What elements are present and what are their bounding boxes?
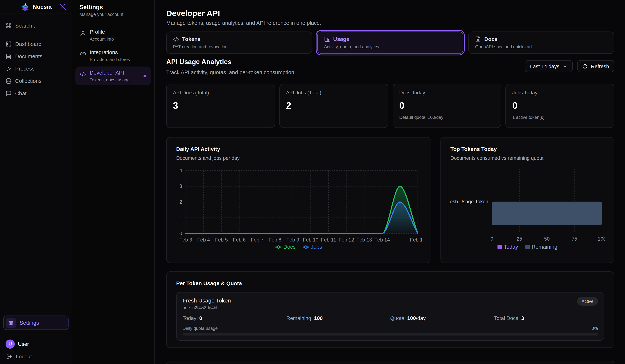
sidebar-item-collections[interactable]: Collections bbox=[0, 75, 72, 87]
chat-bubble-icon bbox=[5, 91, 12, 97]
settings-item-sub: Providers and stores bbox=[90, 57, 130, 62]
stat-label: Docs Today bbox=[399, 90, 494, 95]
stat-label: Jobs Today bbox=[512, 90, 608, 95]
per-token-panel: Per Token Usage & Quota Fresh Usage Toke… bbox=[166, 272, 614, 348]
file-text-icon bbox=[5, 54, 12, 60]
svg-text:Feb 4: Feb 4 bbox=[197, 237, 210, 243]
nav-label: Chat bbox=[15, 91, 27, 97]
svg-text:1: 1 bbox=[179, 215, 182, 220]
tab-usage[interactable]: Usage Activity, quota, and analytics bbox=[317, 31, 463, 54]
settings-item-label: Profile bbox=[90, 29, 114, 35]
svg-text:Fresh Usage Token: Fresh Usage Token bbox=[450, 199, 488, 204]
pin-off-icon[interactable] bbox=[60, 4, 66, 10]
file-text-icon bbox=[475, 36, 481, 42]
line-chart-legend: Docs Jobs bbox=[176, 244, 421, 250]
command-icon bbox=[5, 23, 12, 29]
token-stat-quota: Quota: 100/day bbox=[390, 315, 494, 321]
sidebar-item-chat[interactable]: Chat bbox=[0, 87, 72, 99]
chevron-down-icon bbox=[562, 63, 568, 69]
active-dot bbox=[144, 75, 146, 77]
stat-sub: 1 active token(s) bbox=[512, 115, 608, 120]
svg-text:50: 50 bbox=[544, 236, 550, 242]
settings-item-developer-api[interactable]: Developer API Tokens, docs, usage bbox=[75, 66, 151, 85]
page-title: Developer API bbox=[166, 9, 614, 18]
svg-text:100: 100 bbox=[598, 236, 605, 242]
settings-item-profile[interactable]: Profile Account info bbox=[75, 26, 151, 45]
svg-text:Feb 3: Feb 3 bbox=[179, 237, 192, 243]
token-stats: Today: 0 Remaining: 100 Quota: 100/day T… bbox=[183, 315, 598, 321]
settings-panel-subtitle: Manage your account bbox=[79, 12, 147, 17]
tab-tokens[interactable]: Tokens PAT creation and revocation bbox=[166, 31, 312, 54]
svg-text:2: 2 bbox=[179, 199, 182, 205]
refresh-icon bbox=[583, 63, 588, 69]
dashboard-grid-icon bbox=[5, 41, 12, 47]
stat-card-docs-today: Docs Today 0 Default quota: 100/day bbox=[392, 84, 501, 128]
svg-text:Feb 6: Feb 6 bbox=[233, 237, 246, 243]
database-icon bbox=[5, 78, 12, 84]
settings-panel-title: Settings bbox=[79, 4, 147, 10]
search-button[interactable]: Search... bbox=[0, 20, 72, 31]
main-content: Developer API Manage tokens, usage analy… bbox=[155, 0, 625, 364]
svg-text:Feb 10: Feb 10 bbox=[303, 237, 318, 243]
sidebar-item-dashboard[interactable]: Dashboard bbox=[0, 38, 72, 50]
user-menu[interactable]: U User bbox=[5, 339, 66, 349]
stat-value: 0 bbox=[512, 100, 608, 111]
nav-label: Collections bbox=[15, 78, 41, 84]
legend-item: Today bbox=[497, 244, 518, 250]
refresh-label: Refresh bbox=[591, 63, 609, 69]
refresh-button[interactable]: Refresh bbox=[577, 60, 614, 72]
stat-cards: API Docs (Total) 3 API Jobs (Total) 2 Do… bbox=[166, 84, 614, 128]
brand-name: Noesia bbox=[33, 4, 52, 10]
bar-chart-icon bbox=[324, 36, 330, 42]
link-icon bbox=[80, 51, 86, 57]
chart-subtitle: Documents consumed vs remaining quota bbox=[450, 155, 604, 161]
nav-label: Dashboard bbox=[15, 41, 41, 47]
svg-text:Feb 12: Feb 12 bbox=[339, 237, 354, 243]
settings-item-integrations[interactable]: Integrations Providers and stores bbox=[75, 46, 151, 65]
settings-item-label: Integrations bbox=[90, 49, 130, 56]
sidebar-bottom: Settings U User Logout bbox=[0, 313, 72, 364]
sidebar-item-documents[interactable]: Documents bbox=[0, 50, 72, 62]
stat-value: 0 bbox=[399, 100, 494, 111]
sidebar-nav: Dashboard Documents Process bbox=[0, 38, 72, 99]
svg-text:Feb 16: Feb 16 bbox=[410, 237, 422, 243]
play-icon bbox=[5, 66, 12, 72]
svg-text:Feb 9: Feb 9 bbox=[286, 237, 299, 243]
legend-item: Jobs bbox=[303, 244, 322, 250]
top-tokens-card: Top Tokens Today Documents consumed vs r… bbox=[440, 137, 614, 263]
stat-label: API Docs (Total) bbox=[173, 90, 268, 95]
token-card: Fresh Usage Token noe_n2f4w3dq4bh-... Ac… bbox=[176, 292, 604, 341]
svg-text:0: 0 bbox=[179, 231, 182, 236]
next-section-panel bbox=[166, 361, 614, 364]
sidebar-item-process[interactable]: Process bbox=[0, 63, 72, 75]
tab-label: Usage bbox=[333, 36, 349, 42]
tab-docs[interactable]: Docs OpenAPI spec and quickstart bbox=[468, 31, 614, 54]
user-name: User bbox=[18, 341, 29, 347]
stat-value: 2 bbox=[286, 100, 381, 111]
daily-api-activity-card: Daily API Activity Documents and jobs pe… bbox=[166, 137, 431, 263]
search-label: Search... bbox=[15, 23, 36, 29]
chart-subtitle: Documents and jobs per day bbox=[176, 155, 421, 161]
svg-text:Feb 13: Feb 13 bbox=[356, 237, 372, 243]
quota-label: Daily quota usage bbox=[183, 326, 218, 331]
tab-sub: Activity, quota, and analytics bbox=[324, 44, 456, 49]
sidebar-item-settings[interactable]: Settings bbox=[3, 315, 68, 330]
code-icon bbox=[173, 36, 179, 42]
logout-button[interactable]: Logout bbox=[5, 353, 66, 359]
token-stat-remaining: Remaining: 100 bbox=[286, 315, 390, 321]
stat-label: API Jobs (Total) bbox=[286, 90, 381, 95]
per-token-title: Per Token Usage & Quota bbox=[176, 280, 604, 286]
quota-progress-track bbox=[183, 333, 598, 335]
svg-text:Feb 5: Feb 5 bbox=[215, 237, 228, 243]
legend-item: Docs bbox=[275, 244, 296, 250]
token-stat-today: Today: 0 bbox=[183, 315, 286, 321]
analytics-controls: Last 14 days Refresh bbox=[525, 60, 614, 72]
tab-label: Docs bbox=[484, 36, 498, 42]
user-round-icon bbox=[80, 30, 86, 37]
quota-row: Daily quota usage 0% bbox=[183, 326, 598, 331]
svg-text:Feb 8: Feb 8 bbox=[269, 237, 281, 243]
settings-item-sub: Tokens, docs, usage bbox=[90, 77, 130, 82]
settings-item-label: Developer API bbox=[90, 70, 130, 76]
daily-api-activity-chart: 01234Feb 3Feb 4Feb 5Feb 6Feb 7Feb 8Feb 9… bbox=[176, 166, 421, 244]
date-range-select[interactable]: Last 14 days bbox=[525, 60, 573, 72]
